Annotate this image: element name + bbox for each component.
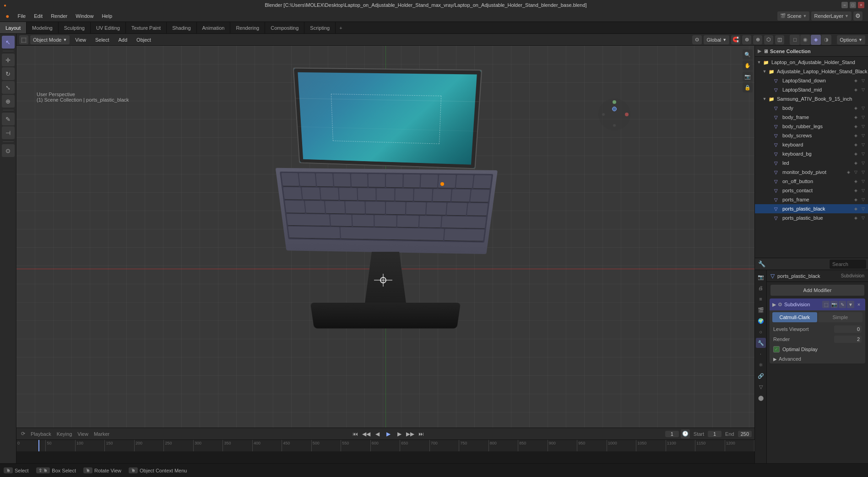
- xray-button[interactable]: ◫: [775, 35, 784, 44]
- modifier-icon3[interactable]: ✎: [839, 301, 846, 308]
- tab-scripting[interactable]: Scripting: [304, 22, 336, 33]
- tool-rotate[interactable]: ↻: [2, 67, 15, 80]
- tool-move[interactable]: ✛: [2, 54, 15, 66]
- prop-tab-physics[interactable]: ⚛: [756, 360, 766, 370]
- shading-solid[interactable]: ◉: [800, 35, 810, 45]
- gizmo-z-axis[interactable]: [612, 107, 617, 111]
- tree-item-laptopstand-mid[interactable]: ▽ LaptopStand_mid ◈ ▽: [755, 85, 868, 94]
- catmull-clark-button[interactable]: Catmull-Clark: [772, 312, 817, 322]
- tree-item-ports-plastic-black[interactable]: ▽ ports_plastic_black ◈ ▽: [755, 204, 868, 213]
- tree-item-ports-contact[interactable]: ▽ ports_contact ◈ ▽: [755, 186, 868, 195]
- tree-item-body-screws[interactable]: ▽ body_screws ◈ ▽: [755, 131, 868, 140]
- tab-shading[interactable]: Shading: [167, 22, 196, 33]
- scene-selector[interactable]: 🎬 Scene ▼: [777, 11, 809, 21]
- jump-end-button[interactable]: ⏭: [417, 429, 426, 439]
- maximize-button[interactable]: □: [850, 2, 856, 8]
- prev-frame-button[interactable]: ◀: [373, 429, 382, 439]
- snap-button[interactable]: 🧲: [731, 35, 740, 44]
- frame-clock-icon[interactable]: 🕐: [681, 429, 690, 439]
- tree-item-ports-frame[interactable]: ▽ ports_frame ◈ ▽: [755, 195, 868, 204]
- move-view-button[interactable]: ✋: [743, 60, 753, 70]
- tree-item-body-frame[interactable]: ▽ body_frame ◈ ▽: [755, 113, 868, 122]
- start-frame-input[interactable]: 1: [708, 431, 722, 437]
- tool-cursor[interactable]: ⊙: [2, 144, 15, 157]
- tree-item-on-off-button[interactable]: ▽ on_off_button ◈ ▽: [755, 177, 868, 186]
- prop-tab-render[interactable]: 📷: [756, 272, 766, 282]
- prop-tab-world[interactable]: 🌍: [756, 316, 766, 326]
- tab-texture-paint[interactable]: Texture Paint: [126, 22, 167, 33]
- tab-layout[interactable]: Layout: [0, 22, 27, 33]
- current-frame-input[interactable]: 1: [665, 431, 679, 437]
- next-frame-button[interactable]: ▶: [395, 429, 404, 439]
- viewport-add-menu[interactable]: Add: [115, 36, 131, 43]
- tree-item-laptop-stand-collection[interactable]: ▼ 📁 Laptop_on_Adjustable_Holder_Stand: [755, 58, 868, 67]
- tab-modeling[interactable]: Modeling: [27, 22, 59, 33]
- preferences-button[interactable]: ⚙: [853, 11, 863, 21]
- marker-label[interactable]: Marker: [92, 431, 111, 437]
- gizmo-x-axis[interactable]: [625, 113, 629, 116]
- timeline-ruler[interactable]: 0 50 100 150 200 250 300 350 400 450 500…: [16, 439, 754, 451]
- shading-rendered[interactable]: ◑: [821, 35, 831, 45]
- navigation-gizmo[interactable]: [596, 96, 633, 133]
- tree-item-ports-plastic-blue[interactable]: ▽ ports_plastic_blue ◈ ▽: [755, 213, 868, 222]
- prop-tab-modifiers[interactable]: 🔧: [756, 338, 766, 348]
- lock-camera-button[interactable]: 🔒: [743, 82, 753, 92]
- prop-tab-particles[interactable]: ·: [756, 349, 766, 359]
- options-button[interactable]: Options ▼: [837, 35, 865, 44]
- gizmo-neg-y[interactable]: [613, 124, 616, 127]
- add-workspace-button[interactable]: +: [336, 23, 346, 33]
- advanced-toggle[interactable]: ▶ Advanced: [770, 354, 865, 363]
- add-modifier-button[interactable]: Add Modifier: [770, 285, 864, 296]
- menu-window[interactable]: Window: [72, 12, 97, 20]
- tree-item-samsung-collection[interactable]: ▼ 📁 Samsung_ATIV_Book_9_15_inch: [755, 94, 868, 103]
- modifier-icon1[interactable]: ⬚: [822, 301, 830, 308]
- shading-wireframe[interactable]: ◻: [790, 35, 800, 45]
- prop-tab-output[interactable]: 🖨: [756, 283, 766, 293]
- editor-type-button[interactable]: ⬚: [19, 35, 28, 44]
- minimize-button[interactable]: −: [841, 2, 848, 8]
- viewport-global-btn[interactable]: Global ▼: [704, 35, 729, 44]
- render-value[interactable]: 2: [834, 336, 862, 343]
- keying-label[interactable]: Keying: [55, 431, 74, 437]
- outliner-tree[interactable]: ▼ 📁 Laptop_on_Adjustable_Holder_Stand ▼ …: [755, 57, 868, 258]
- tree-item-body[interactable]: ▽ body ◈ ▽: [755, 103, 868, 113]
- prop-tab-object[interactable]: ○: [756, 327, 766, 337]
- proportional-edit-button[interactable]: ⊚: [742, 35, 751, 44]
- close-button[interactable]: ×: [858, 2, 864, 8]
- camera-view-button[interactable]: 📷: [743, 71, 753, 81]
- tab-uv-editing[interactable]: UV Editing: [91, 22, 126, 33]
- menu-help[interactable]: Help: [98, 12, 116, 20]
- play-button[interactable]: ▶: [384, 429, 393, 439]
- playback-label[interactable]: Playback: [29, 431, 53, 437]
- prop-tab-constraints[interactable]: 🔗: [756, 371, 766, 381]
- tree-item-adjustable-stand-collection[interactable]: ▼ 📁 Adjustable_Laptop_Holder_Stand_Black: [755, 67, 868, 76]
- tool-scale[interactable]: ⤡: [2, 81, 15, 94]
- prop-tab-scene[interactable]: 🎬: [756, 305, 766, 315]
- menu-edit[interactable]: Edit: [30, 12, 46, 20]
- prop-tab-object-data[interactable]: ▽: [756, 382, 766, 392]
- tool-select[interactable]: ↖: [2, 36, 15, 49]
- prev-keyframe-button[interactable]: ◀◀: [362, 429, 371, 439]
- levels-viewport-value[interactable]: 0: [834, 325, 862, 333]
- zoom-in-button[interactable]: 🔍: [743, 49, 753, 60]
- modifier-icon4[interactable]: ▼: [847, 301, 854, 308]
- properties-search-input[interactable]: [830, 260, 866, 269]
- tool-annotate[interactable]: ✎: [2, 113, 15, 125]
- modifier-close-button[interactable]: ×: [855, 301, 863, 308]
- menu-file[interactable]: File: [14, 12, 29, 20]
- tree-item-led[interactable]: ▽ led ◈ ▽: [755, 158, 868, 168]
- gizmo-y-axis[interactable]: [613, 100, 616, 104]
- optimal-display-checkbox[interactable]: ✓: [773, 346, 780, 352]
- tab-sculpting[interactable]: Sculpting: [59, 22, 91, 33]
- 3d-viewport[interactable]: User Perspective (1) Scene Collection | …: [16, 46, 754, 451]
- tab-animation[interactable]: Animation: [197, 22, 231, 33]
- next-keyframe-button[interactable]: ▶▶: [406, 429, 415, 439]
- prop-tab-material[interactable]: ⬤: [756, 393, 766, 403]
- end-frame-input[interactable]: 250: [738, 431, 752, 437]
- modifier-icon2[interactable]: 📷: [830, 301, 838, 308]
- shading-material[interactable]: ◈: [811, 35, 821, 45]
- gizmo-neg-x[interactable]: [602, 113, 605, 116]
- tree-item-keyboard-bg[interactable]: ▽ keyboard_bg ◈ ▽: [755, 149, 868, 158]
- view-timeline-label[interactable]: View: [76, 431, 90, 437]
- menu-blender[interactable]: ●: [2, 11, 13, 21]
